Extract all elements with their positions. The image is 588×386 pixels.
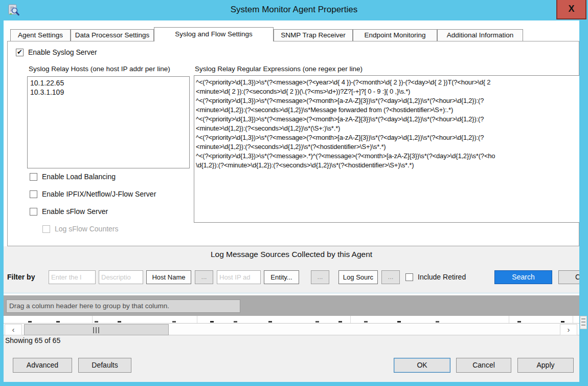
- log-source-button[interactable]: Log Sourc: [338, 270, 378, 284]
- regex-line: <minute>\d{ 2 }):(?<seconds>\d{ 2 })(\.(…: [196, 87, 579, 96]
- tab-additional-information[interactable]: Additional Information: [437, 29, 523, 41]
- vertical-scrollbar-grip[interactable]: [580, 316, 587, 329]
- regex-line: ^<(?<priority>\d{1,3})>\s*(?<message>(?<…: [196, 115, 579, 124]
- log-sflow-counters-checkbox: Log sFlow Counters: [42, 225, 119, 233]
- scroll-left-arrow-icon[interactable]: ‹: [5, 324, 22, 335]
- horizontal-scrollbar[interactable]: ‹ ›: [4, 323, 579, 335]
- checkbox-unchecked-icon: [30, 173, 37, 181]
- tab-syslog-and-flow-settings[interactable]: Syslog and Flow Settings: [154, 27, 274, 41]
- entity-browse-button[interactable]: ...: [311, 270, 329, 284]
- advanced-button[interactable]: Advanced: [13, 358, 72, 373]
- column-separator: [197, 316, 197, 323]
- close-button[interactable]: X: [556, 0, 586, 19]
- relay-host-item: 10.3.1.109: [30, 88, 189, 97]
- column-separator: [350, 316, 351, 323]
- column-separator: [509, 316, 509, 323]
- column-separator: [573, 316, 573, 323]
- enable-load-balancing-checkbox[interactable]: Enable Load Balancing: [30, 173, 116, 181]
- relay-host-item: 10.1.22.65: [30, 78, 189, 88]
- enable-sflow-label: Enable sFlow Server: [42, 207, 108, 216]
- log-source-browse-button[interactable]: ...: [381, 270, 400, 284]
- host-name-browse-button[interactable]: ...: [195, 270, 213, 284]
- thumb-grip-icon: [93, 327, 100, 333]
- apply-button[interactable]: Apply: [517, 358, 574, 373]
- checkbox-unchecked-icon: [30, 208, 37, 216]
- cancel-button[interactable]: Cancel: [456, 358, 511, 373]
- ok-button[interactable]: OK: [394, 358, 450, 373]
- dialog-client-area: Agent Settings Data Processor Settings S…: [4, 20, 579, 382]
- regex-line: ^<(?<priority>\d{1,3})>\s*(?<message>(?<…: [196, 78, 579, 87]
- filter-by-label: Filter by: [7, 273, 35, 281]
- regex-line: ^<(?<priority>\d{1,3})>\s*(?<message>(?<…: [196, 96, 579, 105]
- scrollbar-thumb[interactable]: [24, 324, 169, 335]
- regex-line: <minute>\d{1,2}):(?<seconds>\d{1,2})\s*(…: [196, 142, 579, 152]
- description-filter-input[interactable]: [99, 270, 143, 284]
- tab-snmp-trap-receiver[interactable]: SNMP Trap Receiver: [274, 29, 353, 41]
- clear-button[interactable]: C: [558, 270, 579, 284]
- include-retired-label: Include Retired: [418, 273, 466, 281]
- showing-status: Showing 65 of 65: [5, 336, 60, 345]
- checkbox-disabled-icon: [42, 225, 50, 233]
- log-sflow-counters-label: Log sFlow Counters: [55, 225, 119, 233]
- tab-data-processor-settings[interactable]: Data Processor Settings: [71, 29, 154, 41]
- relay-regex-textbox[interactable]: ^<(?<priority>\d{1,3})>\s*(?<message>(?<…: [194, 75, 579, 223]
- search-button[interactable]: Search: [494, 270, 552, 284]
- regex-line: <minute>\d{1,2}):(?<seconds>\d{1,2})\s*(…: [196, 124, 579, 133]
- enable-syslog-server-label: Enable Syslog Server: [28, 48, 97, 56]
- enable-sflow-checkbox[interactable]: Enable sFlow Server: [30, 207, 108, 216]
- syslog-flow-settings-page: Enable Syslog Server Syslog Relay Hosts …: [7, 41, 579, 246]
- title-bar: System Monitor Agent Properties X: [0, 0, 588, 20]
- clipped-column-header-row: [4, 316, 579, 323]
- relay-hosts-label: Syslog Relay Hosts (one host IP addr per…: [29, 65, 170, 73]
- checkbox-unchecked-icon: [405, 273, 413, 281]
- defaults-button[interactable]: Defaults: [78, 358, 131, 373]
- tab-agent-settings[interactable]: Agent Settings: [10, 29, 71, 41]
- scroll-right-arrow-icon[interactable]: ›: [560, 324, 577, 335]
- relay-hosts-listbox[interactable]: 10.1.22.65 10.3.1.109: [27, 76, 190, 168]
- host-ip-filter-input[interactable]: [217, 270, 261, 284]
- enable-syslog-server-checkbox[interactable]: Enable Syslog Server: [16, 48, 97, 56]
- name-filter-input[interactable]: [49, 270, 96, 284]
- entity-button[interactable]: Entity...: [264, 270, 299, 284]
- checkbox-checked-icon: [16, 49, 24, 56]
- window-title: System Monitor Agent Properties: [0, 5, 588, 15]
- grid-group-band: Drag a column header here to group by th…: [4, 295, 579, 316]
- enable-ipfix-label: Enable IPFIX/Netflow/J-Flow Server: [42, 190, 156, 198]
- regex-line: <minute>\d{1,2}):(?<seconds>\d{1,2})\s*M…: [196, 105, 579, 115]
- regex-line: \d{1,2}):(?<minute>\d{1,2}):(?<seconds>\…: [196, 161, 579, 170]
- regex-line: ^<(?<priority>\d{1,3})>\s*(?<message>(?<…: [196, 133, 579, 142]
- host-name-button[interactable]: Host Name: [146, 270, 191, 284]
- regex-line: ^<(?<priority>\d{1,3})>\s*(?<message>.*)…: [196, 152, 579, 161]
- include-retired-checkbox[interactable]: Include Retired: [405, 273, 466, 281]
- checkbox-unchecked-icon: [30, 190, 37, 198]
- group-by-hint: Drag a column header here to group by th…: [6, 299, 240, 313]
- relay-regex-label: Syslog Relay Regular Expressions (one re…: [195, 65, 363, 73]
- enable-ipfix-checkbox[interactable]: Enable IPFIX/Netflow/J-Flow Server: [30, 190, 156, 198]
- column-separator: [92, 316, 93, 323]
- log-sources-heading: Log Message Sources Collected by this Ag…: [4, 250, 579, 259]
- clipped-header-text: [28, 321, 32, 323]
- enable-load-balancing-label: Enable Load Balancing: [42, 173, 116, 181]
- tab-endpoint-monitoring[interactable]: Endpoint Monitoring: [353, 29, 437, 41]
